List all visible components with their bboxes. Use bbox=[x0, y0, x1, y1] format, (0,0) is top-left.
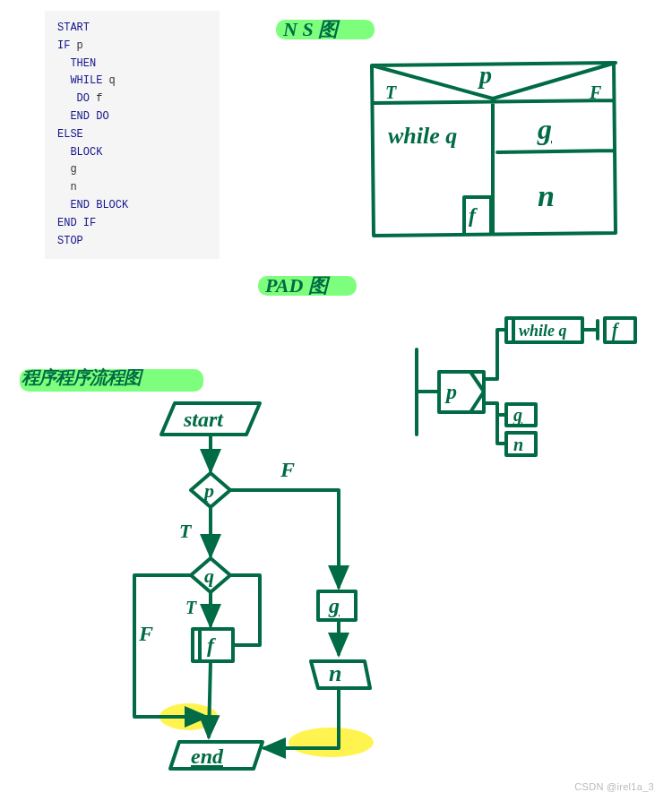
ns-p: p bbox=[478, 61, 492, 89]
code-line: END DO bbox=[57, 110, 109, 123]
ns-box-f: f bbox=[469, 203, 478, 227]
flow-end: end bbox=[191, 745, 224, 768]
ns-while-q: while q bbox=[388, 123, 457, 149]
ns-f: F bbox=[589, 82, 602, 102]
flow-f-box: f bbox=[207, 633, 216, 657]
pad-title: PAD 图 bbox=[265, 272, 328, 299]
ns-diagram: T p F while q f g n bbox=[363, 49, 632, 251]
code-id: p bbox=[77, 39, 83, 52]
ns-n: n bbox=[538, 179, 555, 212]
code-line: END IF bbox=[57, 217, 96, 229]
code-id: q bbox=[109, 74, 116, 87]
flow-p: p bbox=[202, 479, 214, 502]
code-line: START bbox=[57, 22, 90, 34]
flow-t1: T bbox=[179, 520, 193, 542]
code-id: g bbox=[57, 163, 77, 176]
flow-t2: T bbox=[185, 598, 197, 617]
flow-q: q bbox=[204, 564, 214, 587]
code-line: ELSE bbox=[57, 128, 83, 141]
code-line: END BLOCK bbox=[57, 199, 128, 211]
pad-n: n bbox=[513, 435, 523, 454]
flow-n: n bbox=[329, 660, 341, 686]
pseudocode-block: START IF p THEN WHILE q DO f END DO ELSE… bbox=[45, 11, 220, 259]
code-line: STOP bbox=[57, 235, 83, 247]
code-line: WHILE bbox=[57, 74, 109, 87]
code-line: IF bbox=[57, 39, 77, 52]
flowchart-title: 程序程序流程图 bbox=[22, 366, 141, 390]
flow-g: g bbox=[328, 594, 340, 617]
watermark: CSDN @irel1a_3 bbox=[574, 781, 654, 792]
code-line: DO bbox=[57, 92, 96, 105]
code-id: f bbox=[96, 92, 102, 105]
flow-start: start bbox=[183, 408, 224, 431]
flow-f2: F bbox=[138, 622, 153, 645]
code-line: BLOCK bbox=[57, 146, 102, 159]
code-line: THEN bbox=[57, 57, 96, 70]
pad-f: f bbox=[612, 320, 620, 340]
code-id: n bbox=[57, 181, 77, 194]
flow-f1: F bbox=[280, 458, 295, 481]
ns-title: N S 图 bbox=[283, 16, 338, 43]
pad-diagram: p while q f g n bbox=[408, 309, 659, 461]
ns-t: T bbox=[385, 82, 397, 102]
ns-g: g bbox=[537, 113, 552, 145]
pad-while-q: while q bbox=[519, 322, 567, 340]
pad-g: g bbox=[513, 405, 522, 426]
flowchart-diagram: start p T F q T F f g n end bbox=[85, 394, 408, 779]
pad-p: p bbox=[444, 380, 457, 403]
